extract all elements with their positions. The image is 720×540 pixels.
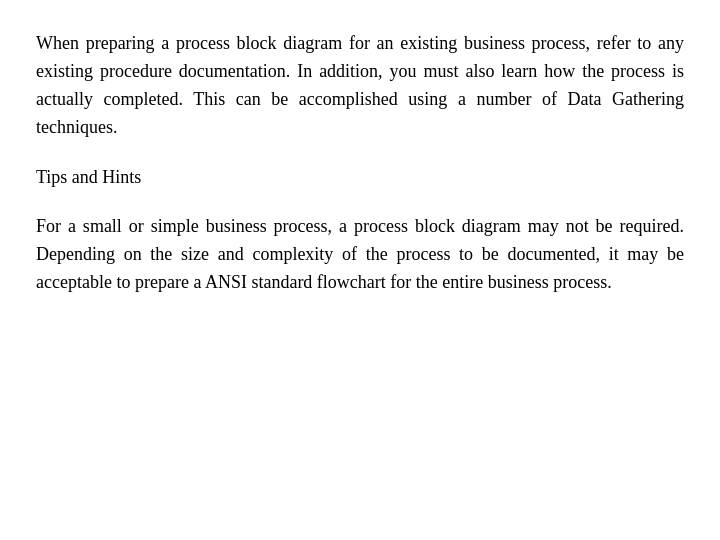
tips-heading: Tips and Hints <box>36 164 684 192</box>
page-container: When preparing a process block diagram f… <box>0 0 720 540</box>
tips-paragraph: For a small or simple business process, … <box>36 213 684 297</box>
intro-paragraph: When preparing a process block diagram f… <box>36 30 684 142</box>
